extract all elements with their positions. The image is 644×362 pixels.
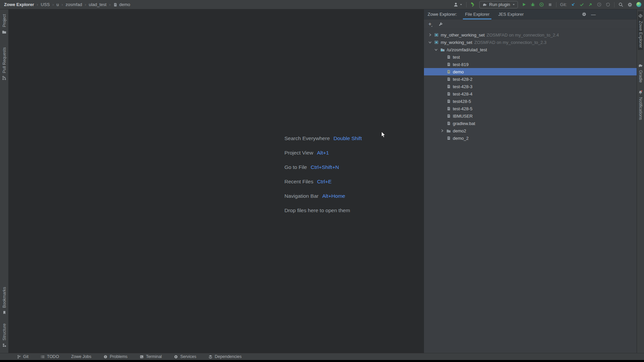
shortcut-keys: Double Shift [333,135,362,141]
sidebar-item-structure[interactable]: Structure [2,321,7,350]
toolwindow-dependencies[interactable]: Dependencies [208,354,241,359]
sidebar-item-label: Bookmarks [2,287,7,308]
chevron-down-icon[interactable] [433,47,439,52]
search-icon[interactable] [618,2,624,7]
settings-gear-icon[interactable] [627,2,633,7]
breadcrumb-item[interactable]: USS [41,2,50,7]
wrench-icon[interactable] [438,22,443,27]
uss-folder-icon [439,47,445,52]
toolbar-separator [466,2,467,7]
chevron-right-icon[interactable] [439,128,445,133]
tab-jes-explorer[interactable]: JES Explorer [497,9,524,19]
tree-row[interactable]: IBMUSER [424,112,637,120]
git-push-icon[interactable] [588,2,593,7]
shortcut-label: Project View [284,150,313,156]
zowe-icon [638,13,643,18]
editor-empty-area: Search Everywhere Double Shift Project V… [9,9,424,353]
build-hammer-icon[interactable] [470,2,476,7]
bottom-black-strip [0,360,644,362]
mouse-cursor [381,131,386,138]
file-icon [445,136,451,140]
sidebar-item-label: Notifications [638,97,643,120]
chevron-down-icon[interactable] [427,40,433,45]
panel-title: Zowe Explorer: [428,12,457,17]
toolwindow-git[interactable]: Git [17,354,29,359]
breadcrumb-item[interactable]: zosmfad [66,2,82,7]
drop-files-hint: Drop files here to open them [284,207,350,214]
breadcrumb-root[interactable]: Zowe Explorer [4,2,34,7]
file-icon [445,77,451,81]
working-set-icon [433,33,439,37]
sidebar-item-pull-requests[interactable]: Pull Requests [2,45,7,82]
tree-row[interactable]: test-428-5 [424,105,637,112]
pull-request-icon [2,75,7,80]
tree-row[interactable]: my_other_working_set ZOSMFAD on my_conne… [424,31,637,39]
history-icon[interactable] [597,2,602,7]
user-icon[interactable] [453,2,463,7]
bookmark-icon [2,310,7,315]
rollback-icon[interactable] [605,2,610,7]
gradle-elephant-icon [638,63,643,68]
folder-icon [445,128,451,133]
tab-file-explorer[interactable]: File Explorer [464,9,490,19]
settings-gear-icon[interactable] [582,12,587,17]
sidebar-item-label: Zowe Explorer [638,21,643,48]
toolwindow-terminal[interactable]: Terminal [140,354,162,359]
tree-row[interactable]: demo_2 [424,134,637,142]
tree-row[interactable]: test-428-2 [424,75,637,83]
left-tool-strip: Project Pull Requests Bookmarks Structur… [0,9,9,353]
tree-row[interactable]: my_working_set ZOSMFAD on my_connection_… [424,39,637,46]
sidebar-item-notifications[interactable]: Notifications [638,88,643,122]
git-update-icon[interactable] [571,2,576,7]
tree-row[interactable]: test428-5 [424,98,637,105]
terminal-icon [140,355,144,359]
file-icon [445,99,451,104]
problems-icon [103,355,108,359]
toolwindow-todo[interactable]: TODO [41,354,59,359]
minimize-icon[interactable]: — [591,13,596,16]
add-icon[interactable]: + [428,22,433,26]
shortcut-keys: Alt+Home [322,193,345,199]
git-commit-icon[interactable] [579,2,584,7]
stop-icon[interactable] [548,2,552,7]
sidebar-item-label: Structure [2,323,7,341]
tree-row[interactable]: test [424,53,637,61]
project-folder-icon [2,29,7,35]
sidebar-item-zowe-explorer[interactable]: Zowe Explorer [638,11,643,50]
dependencies-icon [208,355,213,359]
sidebar-item-label: Pull Requests [2,47,7,73]
breadcrumb-separator: › [52,2,54,7]
tree-row[interactable]: demo2 [424,127,637,134]
run-configuration-select[interactable]: Run plugin [479,1,518,8]
breadcrumb-item[interactable]: u [56,2,59,7]
run-icon[interactable] [522,2,527,7]
sidebar-item-project[interactable]: Project [2,12,7,37]
breadcrumb-item[interactable]: ulad_test [89,2,107,7]
tree-row[interactable]: test-428-3 [424,83,637,90]
breadcrumb-separator: › [37,2,38,7]
tree-row[interactable]: /u/zosmfad/ulad_test [424,46,637,53]
sidebar-item-bookmarks[interactable]: Bookmarks [2,285,7,317]
file-icon [445,69,451,74]
file-explorer-tree: my_other_working_set ZOSMFAD on my_conne… [424,29,637,142]
debug-icon[interactable] [530,2,535,7]
toolwindow-zowe-jobs[interactable]: Zowe Jobs [71,354,91,359]
tree-row[interactable]: gradlew.bat [424,120,637,127]
breadcrumb-file[interactable]: demo [119,2,130,7]
chevron-right-icon[interactable] [427,33,433,37]
avatar-sphere-icon[interactable] [636,2,641,7]
gradle-elephant-icon [482,3,487,7]
file-icon [445,92,451,96]
tree-row[interactable]: test-819 [424,61,637,68]
tree-row-selected[interactable]: demo [424,68,637,75]
tree-row[interactable]: test-428-4 [424,90,637,98]
chevron-down-icon [512,3,515,6]
structure-icon [2,343,7,348]
chevron-down-icon [460,3,463,6]
sidebar-item-gradle[interactable]: Gradle [638,61,643,85]
file-icon [445,62,451,67]
profiler-icon[interactable] [539,2,544,7]
shortcut-keys: Ctrl+E [317,179,332,185]
toolwindow-problems[interactable]: Problems [103,354,127,359]
toolwindow-services[interactable]: Services [174,354,196,359]
